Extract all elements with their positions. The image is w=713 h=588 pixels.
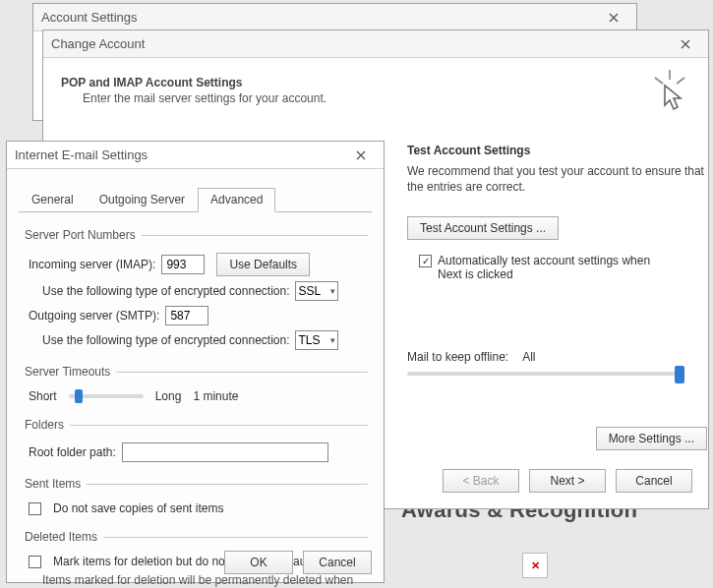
- incoming-enc-select[interactable]: SSL ▾: [295, 281, 338, 301]
- test-settings-section: Test Account Settings We recommend that …: [407, 144, 707, 450]
- cancel-button[interactable]: Cancel: [303, 551, 372, 574]
- slider-thumb-icon[interactable]: [675, 366, 684, 383]
- internet-email-settings-dialog: Internet E-mail Settings General Outgoin…: [6, 141, 385, 583]
- mail-offline-value: All: [522, 350, 535, 364]
- account-settings-title: Account Settings: [41, 10, 599, 25]
- tab-advanced[interactable]: Advanced: [198, 188, 275, 212]
- outgoing-enc-select[interactable]: TLS ▾: [295, 330, 338, 350]
- change-account-titlebar[interactable]: Change Account: [43, 30, 708, 58]
- group-timeouts: Server Timeouts Short Long 1 minute: [23, 365, 368, 408]
- cursor-click-icon: [651, 70, 688, 116]
- dialog-buttons: OK Cancel: [224, 551, 372, 574]
- broken-image-icon: ✕: [522, 553, 548, 578]
- group-folders-legend: Folders: [23, 418, 70, 432]
- more-settings-button[interactable]: More Settings ...: [596, 427, 707, 450]
- test-settings-title: Test Account Settings: [407, 144, 707, 157]
- close-icon[interactable]: [346, 142, 376, 168]
- timeout-long-label: Long: [155, 389, 182, 403]
- wizard-header-subtitle: Enter the mail server settings for your …: [83, 91, 690, 105]
- incoming-enc-label: Use the following type of encrypted conn…: [42, 284, 289, 298]
- timeout-short-label: Short: [29, 389, 57, 403]
- use-defaults-button[interactable]: Use Defaults: [216, 253, 310, 276]
- email-dialog-titlebar[interactable]: Internet E-mail Settings: [7, 142, 384, 169]
- sent-option-label: Do not save copies of sent items: [53, 501, 223, 515]
- incoming-label: Incoming server (IMAP):: [29, 258, 155, 271]
- ok-button[interactable]: OK: [224, 551, 293, 574]
- chevron-down-icon: ▾: [330, 286, 335, 296]
- next-button[interactable]: Next >: [529, 469, 606, 493]
- group-server-ports: Server Port Numbers Incoming server (IMA…: [23, 228, 368, 355]
- wizard-nav-buttons: < Back Next > Cancel: [443, 469, 692, 493]
- mail-offline-label: Mail to keep offline:: [407, 350, 508, 364]
- wizard-header-title: POP and IMAP Account Settings: [61, 76, 690, 89]
- group-deleted-items-legend: Deleted Items: [23, 530, 103, 544]
- test-settings-body: We recommend that you test your account …: [407, 163, 707, 195]
- back-button[interactable]: < Back: [443, 469, 519, 493]
- slider-thumb-icon[interactable]: [75, 389, 83, 403]
- root-folder-input[interactable]: [122, 442, 328, 462]
- auto-test-label: Automatically test account settings when…: [438, 254, 674, 281]
- group-server-ports-legend: Server Port Numbers: [23, 228, 142, 242]
- checkbox-unchecked-icon[interactable]: [29, 502, 41, 515]
- change-account-title: Change Account: [51, 36, 671, 51]
- tab-outgoing-server[interactable]: Outgoing Server: [87, 188, 198, 212]
- deleted-note: Items marked for deletion will be perman…: [42, 573, 357, 588]
- checkbox-unchecked-icon[interactable]: [29, 556, 41, 568]
- tab-general[interactable]: General: [19, 188, 87, 212]
- group-folders: Folders Root folder path:: [23, 418, 368, 467]
- outgoing-label: Outgoing server (SMTP):: [29, 309, 159, 323]
- timeout-value: 1 minute: [193, 389, 238, 403]
- account-settings-titlebar[interactable]: Account Settings: [33, 4, 636, 31]
- outgoing-enc-value: TLS: [298, 333, 320, 347]
- timeout-slider[interactable]: [69, 394, 144, 398]
- close-icon[interactable]: [671, 30, 700, 57]
- checkbox-checked-icon[interactable]: [419, 255, 432, 267]
- svg-line-2: [677, 78, 684, 84]
- wizard-header: POP and IMAP Account Settings Enter the …: [43, 58, 708, 143]
- cancel-button[interactable]: Cancel: [616, 469, 692, 493]
- email-dialog-title: Internet E-mail Settings: [15, 147, 346, 162]
- root-folder-label: Root folder path:: [29, 445, 116, 459]
- incoming-enc-value: SSL: [298, 284, 321, 298]
- tab-strip: General Outgoing Server Advanced: [19, 187, 372, 212]
- auto-test-option[interactable]: Automatically test account settings when…: [419, 254, 707, 281]
- tab-body-advanced: Server Port Numbers Incoming server (IMA…: [7, 212, 384, 588]
- close-icon[interactable]: [599, 4, 628, 30]
- group-sent-items-legend: Sent Items: [23, 477, 87, 491]
- group-sent-items: Sent Items Do not save copies of sent it…: [23, 477, 368, 520]
- incoming-port-input[interactable]: [161, 255, 205, 274]
- outgoing-port-input[interactable]: [165, 306, 208, 325]
- chevron-down-icon: ▾: [330, 335, 335, 345]
- test-account-button[interactable]: Test Account Settings ...: [407, 216, 559, 240]
- svg-line-1: [655, 78, 663, 84]
- outgoing-enc-label: Use the following type of encrypted conn…: [42, 333, 289, 347]
- mail-offline-slider[interactable]: [407, 372, 683, 376]
- group-timeouts-legend: Server Timeouts: [23, 365, 116, 379]
